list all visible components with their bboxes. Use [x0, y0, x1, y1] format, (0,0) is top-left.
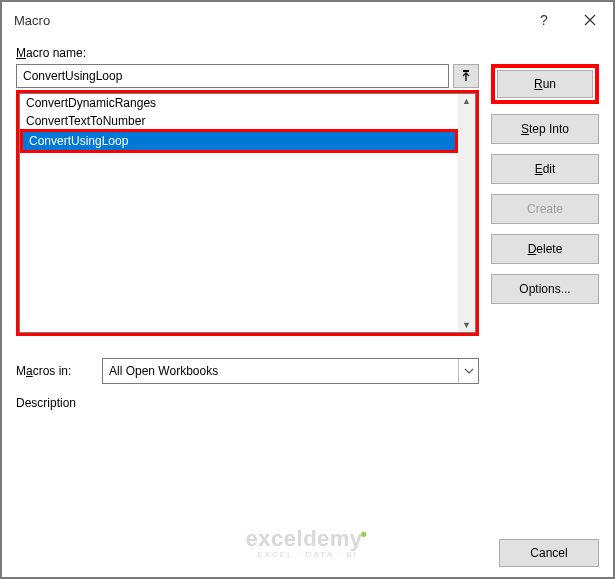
cancel-button[interactable]: Cancel — [499, 539, 599, 567]
titlebar: Macro ? — [2, 2, 613, 38]
run-button-highlight: Run — [491, 64, 599, 104]
chevron-down-icon — [458, 359, 478, 383]
step-into-button[interactable]: Step Into — [491, 114, 599, 144]
scrollbar[interactable]: ▲ ▼ — [458, 94, 475, 332]
scroll-up-icon: ▲ — [462, 96, 471, 106]
macro-name-label: Macro name: — [16, 46, 479, 60]
run-button[interactable]: Run — [497, 70, 593, 98]
reference-icon — [460, 70, 472, 82]
edit-button[interactable]: Edit — [491, 154, 599, 184]
close-icon — [584, 14, 596, 26]
list-item-selected[interactable]: ConvertUsingLoop — [20, 129, 458, 153]
macro-name-input[interactable] — [16, 64, 449, 88]
macros-in-value: All Open Workbooks — [103, 364, 458, 378]
macro-list-highlight: ConvertDynamicRanges ConvertTextToNumber… — [16, 90, 479, 336]
delete-button[interactable]: Delete — [491, 234, 599, 264]
options-button[interactable]: Options... — [491, 274, 599, 304]
close-button[interactable] — [567, 4, 613, 36]
help-button[interactable]: ? — [521, 4, 567, 36]
window-title: Macro — [14, 13, 521, 28]
description-label: Description — [16, 396, 479, 410]
watermark: exceldemy• EXCEL · DATA · BI — [246, 526, 370, 559]
scroll-down-icon: ▼ — [462, 320, 471, 330]
macro-list[interactable]: ConvertDynamicRanges ConvertTextToNumber… — [19, 93, 476, 333]
create-button: Create — [491, 194, 599, 224]
macros-in-label: Macros in: — [16, 364, 94, 378]
list-item[interactable]: ConvertTextToNumber — [20, 112, 475, 130]
reference-button[interactable] — [453, 64, 479, 88]
list-item[interactable]: ConvertDynamicRanges — [20, 94, 475, 112]
svg-rect-0 — [463, 70, 469, 72]
macros-in-select[interactable]: All Open Workbooks — [102, 358, 479, 384]
